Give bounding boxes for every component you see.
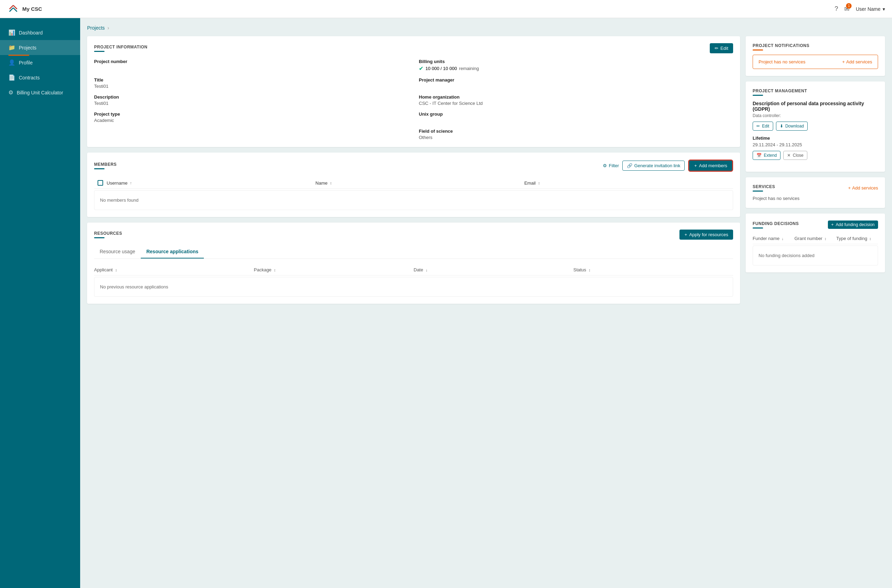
services-title-block: SERVICES: [752, 184, 775, 192]
tab-resource-usage[interactable]: Resource usage: [94, 245, 141, 258]
edit-gdpr-button[interactable]: ✏ Edit: [752, 122, 773, 130]
resources-title: RESOURCES: [94, 231, 122, 236]
no-services-message: Project has no services: [752, 196, 878, 201]
members-table-header: Username ↑ Name ↕ Email ↕: [94, 177, 733, 189]
funding-underline: [752, 228, 763, 228]
add-funding-decision-button[interactable]: + Add funding decision: [828, 220, 878, 229]
edit-project-button[interactable]: ✏ Edit: [710, 43, 733, 53]
resources-title-block: RESOURCES: [94, 231, 122, 238]
notifications-title-block: PROJECT NOTIFICATIONS: [752, 43, 878, 51]
add-members-button[interactable]: + Add members: [688, 159, 733, 172]
checkbox-col: [94, 180, 107, 186]
sort-icon: ↕: [274, 268, 276, 272]
type-col-header[interactable]: Type of funding ↕: [836, 236, 878, 241]
members-title: MEMBERS: [94, 162, 599, 167]
sidebar-item-billing[interactable]: ⚙ Billing Unit Calculator: [0, 85, 80, 100]
funding-header: FUNDING DECISIONS + Add funding decision: [752, 220, 878, 229]
add-services-notification-button[interactable]: + Add services: [842, 59, 872, 64]
status-col-header[interactable]: Status ↕: [574, 267, 733, 272]
sort-icon: ↕: [824, 237, 826, 241]
lifetime-btn-row: 📅 Extend ✕ Close: [752, 151, 878, 160]
members-underline: [94, 168, 105, 169]
members-title-block: MEMBERS: [94, 162, 599, 169]
link-icon: 🔗: [627, 163, 632, 168]
name-col-header[interactable]: Name ↕: [315, 180, 524, 186]
notifications-title: PROJECT NOTIFICATIONS: [752, 43, 878, 48]
lifetime-title: Lifetime: [752, 135, 878, 141]
sidebar-item-label: Projects: [19, 45, 37, 51]
resources-card: RESOURCES + Apply for resources Resource…: [87, 223, 740, 304]
billing-units-remaining: remaining: [459, 66, 479, 71]
notifications-card: PROJECT NOTIFICATIONS Project has no ser…: [746, 36, 885, 76]
help-icon[interactable]: ?: [835, 5, 838, 12]
sort-icon: ↕: [330, 181, 332, 185]
package-col-header[interactable]: Package ↕: [254, 267, 414, 272]
sidebar-item-label: Dashboard: [19, 30, 43, 36]
plus-icon: +: [831, 222, 834, 227]
funding-table-header: Funder name ↓ Grant number ↕ Type of fun…: [752, 233, 878, 244]
profile-icon: 👤: [8, 59, 15, 66]
user-menu[interactable]: User Name ▾: [856, 6, 885, 12]
grant-col-header[interactable]: Grant number ↕: [794, 236, 836, 241]
applicant-col-header[interactable]: Applicant ↕: [94, 267, 254, 272]
members-empty-row: No members found: [94, 190, 733, 210]
project-info-card: PROJECT INFORMATION ✏ Edit Project numbe…: [87, 36, 740, 147]
apply-for-resources-button[interactable]: + Apply for resources: [679, 230, 733, 240]
navbar: My CSC ? ✉ 1 User Name ▾: [0, 0, 892, 18]
funder-col-header[interactable]: Funder name ↓: [752, 236, 794, 241]
edit-icon: ✏: [757, 124, 760, 129]
sidebar-item-dashboard[interactable]: 📊 Dashboard: [0, 25, 80, 40]
info-item-unix-group: Unix group: [419, 111, 733, 123]
info-item-empty: [94, 129, 408, 140]
sidebar-item-contracts[interactable]: 📄 Contracts: [0, 70, 80, 85]
billing-units-value: 10 000 / 10 000: [425, 66, 457, 71]
management-underline: [752, 95, 763, 96]
generate-invitation-button[interactable]: 🔗 Generate invitation link: [622, 160, 685, 171]
info-item-project-type: Project type Academic: [94, 111, 408, 123]
extend-button[interactable]: 📅 Extend: [752, 151, 781, 160]
resources-underline: [94, 237, 105, 238]
sidebar: 📊 Dashboard 📁 Projects 👤 Profile 📄 Contr…: [0, 18, 80, 588]
info-item-title: Title Testi01: [94, 77, 408, 89]
email-col-header[interactable]: Email ↕: [524, 180, 733, 186]
plus-icon: +: [848, 185, 851, 190]
messages-icon[interactable]: ✉ 1: [844, 5, 850, 13]
close-project-button[interactable]: ✕ Close: [783, 151, 807, 160]
sidebar-item-profile[interactable]: 👤 Profile: [0, 55, 80, 70]
info-item-field-of-science: Field of science Others: [419, 129, 733, 140]
info-item-project-manager: Project manager: [419, 77, 733, 89]
breadcrumb-parent[interactable]: Projects: [87, 25, 105, 31]
sidebar-item-label: Billing Unit Calculator: [17, 90, 63, 96]
gdpr-sub: Data controller:: [752, 113, 878, 118]
notifications-underline: [752, 50, 763, 51]
add-services-button[interactable]: + Add services: [848, 185, 878, 190]
download-icon: ⬇: [780, 124, 783, 129]
resources-header: RESOURCES + Apply for resources: [94, 230, 733, 240]
sort-icon: ↕: [589, 268, 590, 272]
date-col-header[interactable]: Date ↓: [414, 267, 574, 272]
chevron-down-icon: ▾: [883, 6, 885, 12]
left-column: PROJECT INFORMATION ✏ Edit Project numbe…: [87, 36, 740, 309]
resources-table-header: Applicant ↕ Package ↕ Date ↓ Status: [94, 264, 733, 276]
sort-icon: ↓: [425, 268, 428, 272]
sort-icon: ↑: [130, 181, 132, 185]
dashboard-icon: 📊: [8, 29, 15, 36]
sort-icon: ↕: [869, 237, 871, 241]
members-card: MEMBERS ⚙ Filter 🔗 Generate invitation l…: [87, 153, 740, 217]
download-gdpr-button[interactable]: ⬇ Download: [776, 122, 808, 130]
filter-button[interactable]: ⚙ Filter: [603, 163, 619, 168]
app-logo[interactable]: My CSC: [7, 3, 42, 15]
username-col-header[interactable]: Username ↑: [107, 180, 315, 186]
gdpr-btn-row: ✏ Edit ⬇ Download: [752, 122, 878, 130]
messages-badge: 1: [846, 3, 851, 9]
close-icon: ✕: [787, 153, 791, 158]
sidebar-item-projects[interactable]: 📁 Projects: [0, 40, 80, 55]
select-all-checkbox[interactable]: [98, 180, 103, 186]
funding-title: FUNDING DECISIONS: [752, 221, 799, 226]
projects-icon: 📁: [8, 44, 15, 51]
content-grid: PROJECT INFORMATION ✏ Edit Project numbe…: [87, 36, 885, 309]
plus-icon: +: [842, 59, 845, 64]
tab-resource-applications[interactable]: Resource applications: [141, 245, 204, 258]
management-title-block: PROJECT MANAGEMENT: [752, 88, 878, 96]
project-info-title-block: PROJECT INFORMATION: [94, 45, 147, 52]
